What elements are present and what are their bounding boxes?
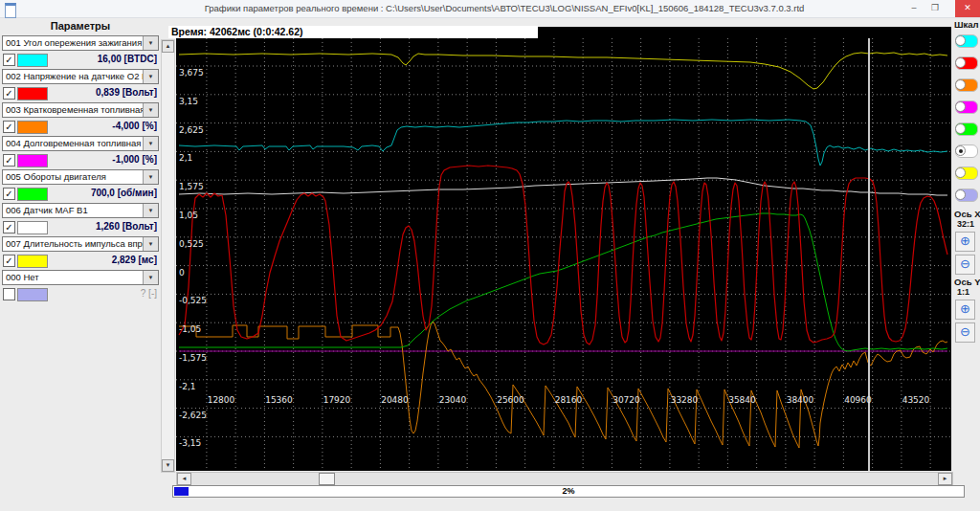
zoom-out-button[interactable]: ⊖ xyxy=(955,322,975,343)
y-axis-tick: -1,575 xyxy=(179,353,207,363)
param-color-swatch[interactable] xyxy=(17,255,48,268)
scroll-up-icon[interactable]: ▲ xyxy=(162,40,174,53)
param-value-row: ✓16,00 [BTDC] xyxy=(2,53,159,66)
scale-radio[interactable] xyxy=(955,189,966,200)
param-color-swatch[interactable] xyxy=(17,87,48,100)
x-axis-tick: 15360 xyxy=(265,395,293,405)
param-select-006[interactable]: 006 Датчик MAF B1▼ xyxy=(2,203,159,218)
chevron-down-icon[interactable]: ▼ xyxy=(143,237,158,251)
minimize-button[interactable]: – xyxy=(905,0,923,17)
param-checkbox-006[interactable]: ✓ xyxy=(3,221,15,233)
trace-injector-pulse-width xyxy=(179,53,947,89)
param-color-swatch[interactable] xyxy=(17,121,48,134)
time-readout: Время: 42062мс (0:0:42.62) xyxy=(168,26,538,38)
axis-label: Ось X xyxy=(954,209,980,219)
param-select-002[interactable]: 002 Напряжение на датчике O2 B1 S▼ xyxy=(2,69,159,84)
scale-radio[interactable] xyxy=(955,145,966,156)
chart-horizontal-scrollbar[interactable]: ◄ ► xyxy=(176,472,953,486)
param-value-row: ✓700,0 [об/мин] xyxy=(2,187,159,200)
scale-row xyxy=(953,55,980,77)
scale-row xyxy=(953,99,980,121)
param-select-004[interactable]: 004 Долговременная топливная кор▼ xyxy=(2,136,159,151)
scale-radio[interactable] xyxy=(955,35,966,46)
param-select-007[interactable]: 007 Длительность импульса впрыск▼ xyxy=(2,236,159,252)
param-select-005[interactable]: 005 Обороты двигателя▼ xyxy=(2,169,159,185)
param-color-swatch[interactable] xyxy=(17,221,48,234)
param-select-label: 000 Нет xyxy=(6,272,143,282)
axis-controls: Ось X32:1⊕⊖Ось Y1:1⊕⊖ xyxy=(953,209,980,343)
param-select-000[interactable]: 000 Нет▼ xyxy=(2,270,159,285)
zoom-in-button[interactable]: ⊕ xyxy=(955,300,975,320)
parameters-header: Параметры xyxy=(2,20,159,32)
scroll-down-icon[interactable]: ▼ xyxy=(162,459,174,472)
y-axis-tick: -0,525 xyxy=(179,296,207,305)
chevron-down-icon[interactable]: ▼ xyxy=(143,137,158,150)
scale-radio[interactable] xyxy=(955,123,966,134)
x-axis-tick: 43520 xyxy=(902,395,930,405)
chevron-down-icon[interactable]: ▼ xyxy=(143,271,158,284)
scale-row xyxy=(953,33,980,55)
x-axis-tick: 33280 xyxy=(671,395,699,405)
param-select-label: 003 Кратковременная топливная ко xyxy=(6,104,143,115)
maximize-button[interactable]: ❐ xyxy=(926,0,944,17)
param-checkbox-007[interactable]: ✓ xyxy=(3,255,15,267)
chevron-down-icon[interactable]: ▼ xyxy=(143,170,158,184)
param-value: ? [-] xyxy=(141,288,157,299)
scale-row xyxy=(953,143,980,165)
chart-area[interactable]: 3,6753,152,6252,11,5751,050,5250-0,525-1… xyxy=(176,27,951,471)
chart-vertical-scrollbar[interactable]: ▲ ▼ xyxy=(161,39,175,473)
param-color-swatch[interactable] xyxy=(17,188,48,201)
param-value-row: ✓-4,000 [%] xyxy=(2,120,159,133)
chevron-down-icon[interactable]: ▼ xyxy=(143,103,158,117)
scale-radio[interactable] xyxy=(955,57,966,68)
param-checkbox-001[interactable]: ✓ xyxy=(3,54,15,66)
progress-label: 2% xyxy=(173,486,964,497)
param-value-row: ✓1,260 [Вольт] xyxy=(2,220,159,233)
close-button[interactable]: ✕ xyxy=(955,0,980,17)
y-axis-tick: -2,625 xyxy=(179,411,207,420)
y-axis-tick: 1,575 xyxy=(179,182,204,191)
trace-short-term-fuel-trim xyxy=(179,322,947,448)
param-checkbox-004[interactable]: ✓ xyxy=(3,154,15,167)
zoom-in-button[interactable]: ⊕ xyxy=(955,232,975,252)
param-select-001[interactable]: 001 Угол опережения зажигания▼ xyxy=(2,35,159,51)
playback-progress-bar[interactable]: 2% xyxy=(172,485,965,498)
param-checkbox-002[interactable]: ✓ xyxy=(3,87,15,100)
scroll-left-icon[interactable]: ◄ xyxy=(177,473,191,485)
scale-radio[interactable] xyxy=(955,79,966,90)
param-value: 0,839 [Вольт] xyxy=(96,87,157,98)
trace-ignition-advance xyxy=(179,120,947,166)
x-axis-tick: 38400 xyxy=(787,395,814,405)
chevron-down-icon[interactable]: ▼ xyxy=(143,70,158,83)
x-axis-tick: 35840 xyxy=(728,395,756,405)
y-axis-tick: 3,15 xyxy=(179,97,198,106)
param-checkbox-005[interactable]: ✓ xyxy=(3,188,15,200)
window-title: Графики параметров реального времени : C… xyxy=(115,3,894,13)
scales-header: Шкал xyxy=(954,19,980,30)
chart-canvas[interactable]: 3,6753,152,6252,11,5751,050,5250-0,525-1… xyxy=(176,38,951,471)
param-select-label: 007 Длительность импульса впрыск xyxy=(6,238,143,249)
scales-list xyxy=(953,33,980,209)
param-select-label: 006 Датчик MAF B1 xyxy=(6,205,143,215)
param-checkbox-003[interactable]: ✓ xyxy=(3,121,15,133)
x-axis-tick: 40960 xyxy=(844,395,872,405)
y-axis-tick: 0 xyxy=(179,268,185,278)
param-checkbox-000[interactable] xyxy=(3,288,15,300)
chevron-down-icon[interactable]: ▼ xyxy=(143,36,158,50)
axis-ratio: 32:1 xyxy=(957,219,980,229)
zoom-out-button[interactable]: ⊖ xyxy=(955,255,975,275)
param-value: 16,00 [BTDC] xyxy=(98,54,157,64)
scale-row xyxy=(953,165,980,187)
scrollbar-thumb[interactable] xyxy=(319,473,335,485)
y-axis-tick: -1,05 xyxy=(179,324,201,334)
scroll-right-icon[interactable]: ► xyxy=(938,473,952,485)
param-select-003[interactable]: 003 Кратковременная топливная ко▼ xyxy=(2,102,159,118)
param-color-swatch[interactable] xyxy=(17,154,48,167)
param-color-swatch[interactable] xyxy=(17,54,48,67)
scale-radio[interactable] xyxy=(955,167,966,178)
chevron-down-icon[interactable]: ▼ xyxy=(143,204,158,217)
scale-radio[interactable] xyxy=(955,101,966,112)
param-color-swatch[interactable] xyxy=(17,288,48,301)
param-value-row: ? [-] xyxy=(2,287,159,300)
app-window: Графики параметров реального времени : C… xyxy=(0,0,980,511)
